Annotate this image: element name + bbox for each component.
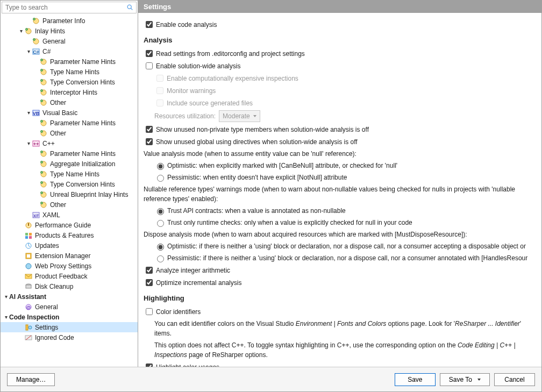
tree-code-inspection[interactable]: ▾Code Inspection xyxy=(1,312,138,322)
nrt-heading: Nullable reference types' warnings mode … xyxy=(144,183,534,205)
show-unused-type[interactable]: Show unused non-private type members whe… xyxy=(144,123,534,136)
expand-icon[interactable]: ▾ xyxy=(18,28,24,34)
value-pessimistic[interactable]: Pessimistic: when entity doesn't have ex… xyxy=(144,172,534,183)
tree-web-proxy[interactable]: ▾Web Proxy Settings xyxy=(1,261,138,271)
tree-products[interactable]: ▾Products & Features xyxy=(1,230,138,240)
expand-icon[interactable]: ▾ xyxy=(3,314,9,320)
dispose-optimistic[interactable]: Optimistic: if there is neither a 'using… xyxy=(144,240,534,252)
disk-icon xyxy=(24,282,33,291)
svg-point-29 xyxy=(41,151,43,153)
tree-vb-other[interactable]: ▾Other xyxy=(1,128,138,138)
optimize-inc[interactable]: Optimize incremental analysis xyxy=(144,276,534,289)
analyze-int-checkbox[interactable] xyxy=(146,267,153,274)
manage-button[interactable]: Manage… xyxy=(7,373,55,386)
tree-item-label: Disk Cleanup xyxy=(35,283,73,290)
tree-xaml[interactable]: ▾x#XAML xyxy=(1,210,138,220)
tree-item-label: Unreal Blueprint Inlay Hints xyxy=(50,191,128,198)
value-pessimistic-label: Pessimistic: when entity doesn't have ex… xyxy=(167,173,347,182)
expand-icon[interactable]: ▾ xyxy=(25,110,32,116)
search-input[interactable] xyxy=(4,3,126,12)
tree-ci-ignored[interactable]: ▾Ignored Code xyxy=(1,332,138,343)
value-optimistic-label: Optimistic: when explicitly marked with … xyxy=(167,161,397,170)
enable-code-analysis-checkbox[interactable] xyxy=(146,21,153,28)
tree-vb[interactable]: ▾VBVisual Basic xyxy=(1,108,138,118)
highlight-color[interactable]: Highlight color usages xyxy=(144,361,534,367)
save-button[interactable]: Save xyxy=(395,373,436,386)
settings-tree[interactable]: ▾Parameter Info▾Inlay Hints▾General▾C#C#… xyxy=(1,15,138,367)
optimize-inc-checkbox[interactable] xyxy=(146,279,153,286)
show-unused-global-checkbox[interactable] xyxy=(146,138,153,145)
resources-label: Resources utilization: xyxy=(154,111,216,121)
tree-cs-interceptor[interactable]: ▾Interceptor Hints xyxy=(1,87,138,97)
highlight-color-label: Highlight color usages xyxy=(156,362,219,367)
tree-feedback[interactable]: ▾Product Feedback xyxy=(1,271,138,281)
svg-point-37 xyxy=(41,191,43,194)
svg-text:VB: VB xyxy=(33,111,40,116)
dispose-optimistic-radio[interactable] xyxy=(157,244,164,251)
tree-vb-param-name[interactable]: ▾Parameter Name Hints xyxy=(1,118,138,128)
svg-point-5 xyxy=(26,28,28,30)
enable-swa-checkbox[interactable] xyxy=(146,62,153,69)
tree-item-label: Updates xyxy=(35,242,59,250)
svg-point-51 xyxy=(26,263,31,269)
tree-perf-guide[interactable]: ▾Performance Guide xyxy=(1,220,138,230)
save-to-button[interactable]: Save To xyxy=(440,373,490,386)
enable-code-analysis[interactable]: Enable code analysis xyxy=(144,18,534,31)
expand-icon[interactable]: ▾ xyxy=(25,48,32,54)
nrt-runtime[interactable]: Trust only runtime checks: only when a v… xyxy=(144,217,534,229)
tree-ai-general[interactable]: ▾@General xyxy=(1,302,138,312)
value-analysis-heading: Value analysis mode (when to assume enti… xyxy=(144,148,534,160)
tree-cpp-type-name[interactable]: ▾Type Name Hints xyxy=(1,169,138,179)
svg-point-15 xyxy=(41,79,43,81)
hint-icon xyxy=(39,119,48,127)
nrt-trust[interactable]: Trust API contracts: when a value is ann… xyxy=(144,205,534,217)
optimize-inc-label: Optimize incremental analysis xyxy=(156,278,241,288)
show-unused-type-checkbox[interactable] xyxy=(146,126,153,133)
read-editorconfig[interactable]: Read settings from .editorconfig and pro… xyxy=(144,47,534,60)
tree-general[interactable]: ▾General xyxy=(1,36,138,46)
analyze-int[interactable]: Analyze integer arithmetic xyxy=(144,264,534,276)
tree-item-label: Type Name Hints xyxy=(50,170,99,178)
tree-cpp[interactable]: ▾++C++ xyxy=(1,138,138,148)
tree-cs-type-name[interactable]: ▾Type Name Hints xyxy=(1,67,138,77)
expand-icon[interactable]: ▾ xyxy=(25,140,32,146)
tree-item-label: Performance Guide xyxy=(35,222,91,229)
highlight-color-checkbox[interactable] xyxy=(146,364,153,367)
tree-ci-settings[interactable]: ▾Settings xyxy=(1,322,138,332)
tree-cs-param-name[interactable]: ▾Parameter Name Hints xyxy=(1,56,138,67)
nrt-runtime-radio[interactable] xyxy=(157,220,164,227)
value-optimistic-radio[interactable] xyxy=(157,163,164,170)
svg-point-35 xyxy=(41,181,43,183)
tree-cpp-agg-init[interactable]: ▾Aggregate Initialization xyxy=(1,159,138,169)
cancel-button[interactable]: Cancel xyxy=(494,373,535,386)
color-identifiers[interactable]: Color identifiers xyxy=(144,305,534,318)
tree-ext-manager[interactable]: ▾Extension Manager xyxy=(1,251,138,261)
dispose-pessimistic-radio[interactable] xyxy=(157,255,164,262)
tree-cpp-unreal[interactable]: ▾Unreal Blueprint Inlay Hints xyxy=(1,189,138,199)
tree-cpp-param-name[interactable]: ▾Parameter Name Hints xyxy=(1,148,138,159)
expand-icon[interactable]: ▾ xyxy=(3,294,9,300)
enable-swa[interactable]: Enable solution-wide analysis xyxy=(144,60,534,72)
tree-parameter-info[interactable]: ▾Parameter Info xyxy=(1,16,138,26)
tree-csharp[interactable]: ▾C#C# xyxy=(1,46,138,56)
value-optimistic[interactable]: Optimistic: when explicitly marked with … xyxy=(144,160,534,172)
tree-ai-assistant[interactable]: ▾AI Assistant xyxy=(1,291,138,302)
tree-inlay-hints[interactable]: ▾Inlay Hints xyxy=(1,26,138,36)
tree-disk-cleanup[interactable]: ▾Disk Cleanup xyxy=(1,281,138,291)
proxy-icon xyxy=(24,262,33,270)
tree-updates[interactable]: ▾Updates xyxy=(1,240,138,251)
tree-cs-other[interactable]: ▾Other xyxy=(1,97,138,108)
color-identifiers-checkbox[interactable] xyxy=(146,308,153,315)
show-unused-global[interactable]: Show unused global using directives when… xyxy=(144,136,534,148)
tree-item-label: C# xyxy=(42,48,51,55)
color-identifiers-note1: You can edit identifier colors on the Vi… xyxy=(144,318,534,339)
dispose-pessimistic[interactable]: Pessimistic: if there is neither a 'usin… xyxy=(144,252,534,264)
nrt-trust-radio[interactable] xyxy=(157,208,164,215)
tree-cs-type-conv[interactable]: ▾Type Conversion Hints xyxy=(1,77,138,87)
tree-cpp-type-conv[interactable]: ▾Type Conversion Hints xyxy=(1,179,138,189)
svg-point-13 xyxy=(41,69,43,71)
tree-cpp-other[interactable]: ▾Other xyxy=(1,199,138,210)
tree-item-label: XAML xyxy=(42,211,60,219)
read-editorconfig-checkbox[interactable] xyxy=(146,50,153,57)
value-pessimistic-radio[interactable] xyxy=(157,175,164,182)
